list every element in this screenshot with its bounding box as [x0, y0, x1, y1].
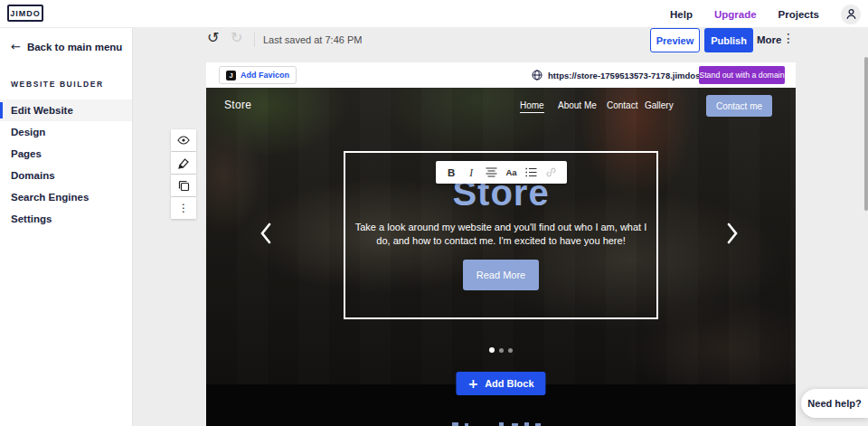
carousel-dots	[489, 347, 513, 353]
add-favicon-label: Add Favicon	[241, 71, 289, 80]
add-favicon-button[interactable]: J Add Favicon	[219, 66, 297, 84]
last-saved-status: Last saved at 7:46 PM	[263, 34, 362, 45]
sidebar-item-label: Search Engines	[11, 192, 89, 203]
plus-icon: +	[467, 377, 478, 390]
back-to-main-menu[interactable]: ← Back to main menu	[0, 28, 132, 52]
read-more-button[interactable]: Read More	[463, 260, 539, 290]
preview-button[interactable]: Preview	[650, 28, 700, 52]
site-preview-canvas: J Add Favicon https://store-1759513573-7…	[206, 62, 796, 426]
add-block-button[interactable]: + Add Block	[456, 372, 545, 395]
sidebar-item-pages[interactable]: Pages	[0, 143, 132, 165]
redo-button[interactable]: ↻	[231, 31, 242, 45]
hero-photo: Store Home About Me Contact Gallery Cont…	[206, 88, 796, 384]
sidebar-item-domains[interactable]: Domains	[0, 165, 132, 186]
copy-icon	[178, 180, 190, 192]
contact-me-button[interactable]: Contact me	[706, 95, 772, 117]
sidebar-item-label: Design	[11, 127, 45, 137]
site-nav-about-me[interactable]: About Me	[558, 100, 597, 110]
font-style-icon[interactable]: Aa	[504, 165, 520, 181]
carousel-dot-1[interactable]	[489, 347, 495, 353]
style-brush-icon	[178, 157, 190, 169]
undo-button[interactable]: ↺	[207, 31, 219, 45]
toolbar-divider	[254, 33, 255, 47]
block-more-options-button[interactable]: ⋮	[171, 197, 196, 219]
sidebar-item-label: Domains	[11, 170, 55, 181]
globe-icon	[532, 70, 542, 80]
back-arrow-icon: ←	[11, 41, 21, 52]
site-brand[interactable]: Store	[224, 99, 251, 111]
align-center-icon[interactable]	[483, 165, 499, 181]
add-block-label: Add Block	[485, 378, 533, 389]
next-section-text-peek	[447, 421, 555, 426]
back-label: Back to main menu	[27, 42, 122, 52]
sidebar-item-edit-website[interactable]: Edit Website	[0, 99, 132, 121]
stand-out-domain-button[interactable]: Stand out with a domain	[699, 66, 785, 84]
sidebar-item-design[interactable]: Design	[0, 121, 132, 143]
text-format-toolbar: B I Aa	[436, 161, 567, 184]
upgrade-link[interactable]: Upgrade	[714, 9, 757, 20]
site-nav-gallery[interactable]: Gallery	[645, 100, 674, 110]
carousel-next-icon[interactable]	[725, 222, 740, 245]
favicon-placeholder-icon: J	[226, 71, 236, 80]
italic-icon[interactable]: I	[463, 165, 479, 181]
account-avatar[interactable]	[841, 5, 861, 24]
favicon-bar: J Add Favicon https://store-1759513573-7…	[206, 62, 796, 88]
sidebar-item-label: Pages	[11, 148, 42, 159]
sidebar-item-label: Settings	[11, 213, 52, 224]
kebab-icon: ⋮	[178, 203, 189, 213]
hero-text[interactable]: Take a look around my website and you'll…	[347, 221, 655, 248]
top-bar: JIMDO Help Upgrade Projects	[0, 0, 868, 28]
publish-button[interactable]: Publish	[704, 28, 753, 52]
carousel-dot-3[interactable]	[508, 348, 513, 353]
sidebar-section-title: WEBSITE BUILDER	[0, 52, 132, 89]
jimdo-website-builder: JIMDO Help Upgrade Projects ← Back to ma…	[0, 0, 868, 426]
list-icon[interactable]	[524, 165, 540, 181]
help-link[interactable]: Help	[670, 9, 693, 20]
more-button[interactable]: More	[757, 34, 781, 45]
person-icon	[845, 8, 857, 20]
more-kebab-icon[interactable]: ⋮	[782, 32, 795, 44]
carousel-prev-icon[interactable]	[259, 222, 273, 245]
jimdo-logo[interactable]: JIMDO	[7, 5, 43, 22]
sidebar-item-settings[interactable]: Settings	[0, 208, 132, 230]
site-nav-home[interactable]: Home	[520, 100, 544, 113]
sidebar: ← Back to main menu WEBSITE BUILDER Edit…	[0, 28, 133, 426]
bold-icon[interactable]: B	[443, 165, 459, 181]
projects-link[interactable]: Projects	[778, 9, 819, 20]
sidebar-item-label: Edit Website	[11, 105, 73, 116]
need-help-button[interactable]: Need help?	[801, 389, 868, 418]
link-icon[interactable]	[543, 165, 560, 181]
carousel-dot-2[interactable]	[499, 348, 504, 353]
duplicate-block-button[interactable]	[171, 175, 196, 196]
scrollbar-thumb[interactable]	[864, 57, 868, 211]
hide-block-button[interactable]	[171, 129, 196, 151]
sidebar-nav: Edit Website Design Pages Domains Search…	[0, 99, 132, 230]
site-nav-contact[interactable]: Contact	[607, 100, 637, 110]
style-block-button[interactable]	[171, 152, 196, 174]
top-bar-right: Help Upgrade Projects	[670, 0, 861, 28]
block-tools-toolbar: ⋮	[171, 129, 196, 219]
eye-icon	[177, 136, 190, 145]
sidebar-item-search-engines[interactable]: Search Engines	[0, 186, 132, 208]
